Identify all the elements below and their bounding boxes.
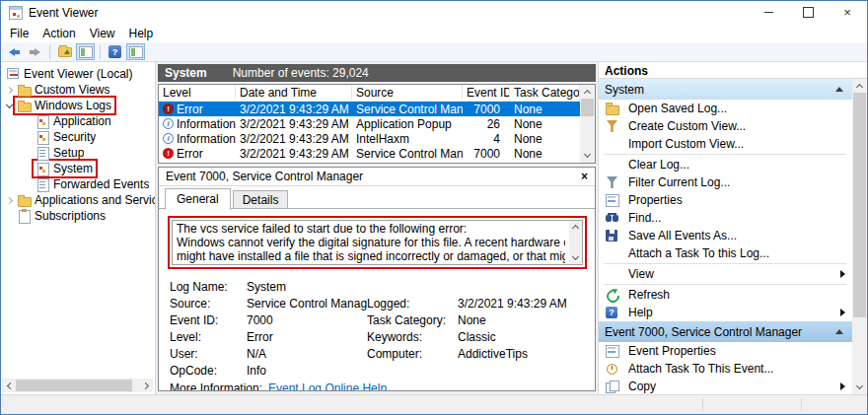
action-section-header[interactable]: System xyxy=(599,79,852,100)
tab-general[interactable]: General xyxy=(165,188,231,210)
table-row[interactable]: Information 3/2/2021 9:43:29 AM IntelHax… xyxy=(159,131,580,146)
status-divider xyxy=(702,398,703,411)
scroll-down-icon[interactable] xyxy=(580,149,595,163)
scroll-up-icon[interactable] xyxy=(580,85,595,99)
action-item[interactable]: Help xyxy=(599,304,852,321)
date-time-cell: 3/2/2021 9:43:29 AM xyxy=(236,102,352,116)
back-icon[interactable] xyxy=(5,43,24,60)
event-detail-title: Event 7000, Service Control Manager xyxy=(166,170,363,183)
expander-icon[interactable] xyxy=(4,198,15,203)
show-console-tree-icon[interactable] xyxy=(76,43,95,60)
field-value: Error xyxy=(247,330,367,344)
field-value: 7000 xyxy=(247,313,367,327)
help-icon[interactable]: ? xyxy=(106,43,124,60)
action-section: System Open Saved Log... Create Custom V… xyxy=(599,79,852,321)
tree-item[interactable]: Windows Logs xyxy=(1,98,155,113)
show-action-pane-icon[interactable] xyxy=(126,43,145,60)
open-saved-log-icon[interactable] xyxy=(55,43,74,60)
action-item[interactable]: Attach Task To This Event... xyxy=(599,360,852,378)
action-item[interactable]: Open Saved Log... xyxy=(599,100,852,117)
menu-file[interactable]: File xyxy=(3,27,36,40)
collapse-icon[interactable] xyxy=(835,87,843,92)
tree-item-icon xyxy=(36,163,49,174)
maximize-icon[interactable] xyxy=(788,1,828,24)
table-row[interactable]: Error 3/2/2021 9:43:29 AM Service Contro… xyxy=(159,102,580,116)
tab-details[interactable]: Details xyxy=(233,190,289,209)
field-label: User: xyxy=(170,347,247,361)
action-item[interactable]: Event Properties xyxy=(599,342,852,360)
scroll-down-icon[interactable] xyxy=(573,252,578,264)
action-item[interactable]: Find... xyxy=(599,209,852,227)
event-id-cell: 7000 xyxy=(463,146,510,161)
event-viewer-window: Event Viewer × File Action View Help ? E… xyxy=(0,0,868,415)
column-source[interactable]: Source xyxy=(352,85,463,101)
close-detail-icon[interactable]: × xyxy=(581,170,588,183)
scroll-up-icon[interactable] xyxy=(852,79,867,93)
scrollbar-thumb[interactable] xyxy=(16,380,132,391)
scroll-right-icon[interactable] xyxy=(139,379,153,392)
action-item[interactable]: Refresh xyxy=(599,286,852,304)
action-item[interactable]: Properties xyxy=(599,191,852,209)
tree-item[interactable]: Setup xyxy=(1,145,155,161)
event-log-online-help-link[interactable]: Event Log Online Help xyxy=(268,381,587,390)
menu-help[interactable]: Help xyxy=(122,27,161,40)
log-header: System Number of events: 29,024 xyxy=(158,64,596,82)
scrollbar-thumb[interactable] xyxy=(581,99,594,116)
action-item-label: Open Saved Log... xyxy=(628,102,840,115)
action-section-header[interactable]: Event 7000, Service Control Manager xyxy=(599,321,852,342)
description-line: The vcs service failed to start due to t… xyxy=(177,222,565,236)
action-item[interactable]: Filter Current Log... xyxy=(599,173,852,191)
tree-item[interactable]: System xyxy=(1,161,155,176)
action-item[interactable]: Clear Log... xyxy=(599,156,852,173)
tree-horizontal-scrollbar[interactable] xyxy=(2,379,153,392)
minimize-icon[interactable] xyxy=(749,1,788,24)
scroll-down-icon[interactable] xyxy=(852,380,867,394)
collapse-icon[interactable] xyxy=(835,329,843,334)
column-event-id[interactable]: Event ID xyxy=(463,85,510,101)
action-item-icon xyxy=(605,158,620,172)
action-section-label: System xyxy=(605,83,835,97)
action-item[interactable]: Copy xyxy=(599,378,852,394)
action-item[interactable]: View xyxy=(599,265,852,283)
scroll-left-icon[interactable] xyxy=(2,379,16,392)
action-item-icon xyxy=(605,362,620,376)
level-cell: Information xyxy=(177,132,236,146)
actions-scrollbar[interactable] xyxy=(852,79,867,394)
action-item[interactable]: Import Custom View... xyxy=(599,135,852,153)
submenu-arrow-icon xyxy=(840,382,852,390)
scrollbar-thumb[interactable] xyxy=(853,93,866,317)
field-label: Source: xyxy=(170,297,247,311)
column-date-time[interactable]: Date and Time xyxy=(236,85,352,101)
close-icon[interactable]: × xyxy=(828,1,867,24)
expander-icon[interactable] xyxy=(4,104,15,107)
tree-item-label: Application xyxy=(53,114,111,128)
action-item[interactable]: Save All Events As... xyxy=(599,227,852,244)
events-count: Number of events: 29,024 xyxy=(233,66,369,80)
column-level[interactable]: Level xyxy=(159,85,236,101)
level-cell: Information xyxy=(177,117,236,131)
description-scrollbar[interactable] xyxy=(569,221,582,264)
tree-item[interactable]: Subscriptions xyxy=(1,208,155,224)
tree-item[interactable]: Applications and Services Lo xyxy=(1,192,155,208)
action-item[interactable]: Create Custom View... xyxy=(599,117,852,135)
level-icon xyxy=(163,148,174,159)
menu-view[interactable]: View xyxy=(83,27,122,40)
title-bar: Event Viewer × xyxy=(1,1,867,24)
tree-item[interactable]: Security xyxy=(1,129,155,145)
tree-item-icon xyxy=(7,68,20,80)
expander-icon[interactable] xyxy=(4,88,15,93)
tree-item[interactable]: Application xyxy=(1,113,155,129)
tree-item[interactable]: Custom Views xyxy=(1,82,155,98)
scroll-up-icon[interactable] xyxy=(573,221,578,233)
source-cell: Service Control Manager xyxy=(352,102,463,116)
table-vertical-scrollbar[interactable] xyxy=(580,85,595,163)
forward-icon[interactable] xyxy=(26,43,44,60)
tree-item[interactable]: Forwarded Events xyxy=(1,176,155,192)
column-task-category[interactable]: Task Category xyxy=(510,85,580,101)
menu-action[interactable]: Action xyxy=(36,27,82,40)
table-row[interactable]: Information 3/2/2021 9:43:29 AM Applicat… xyxy=(159,116,580,131)
action-item-label: Help xyxy=(628,306,840,319)
action-item[interactable]: Attach a Task To this Log... xyxy=(599,244,852,262)
table-row[interactable]: Error 3/2/2021 9:43:29 AM Service Contro… xyxy=(159,146,580,161)
tree-item[interactable]: Event Viewer (Local) xyxy=(1,66,155,82)
